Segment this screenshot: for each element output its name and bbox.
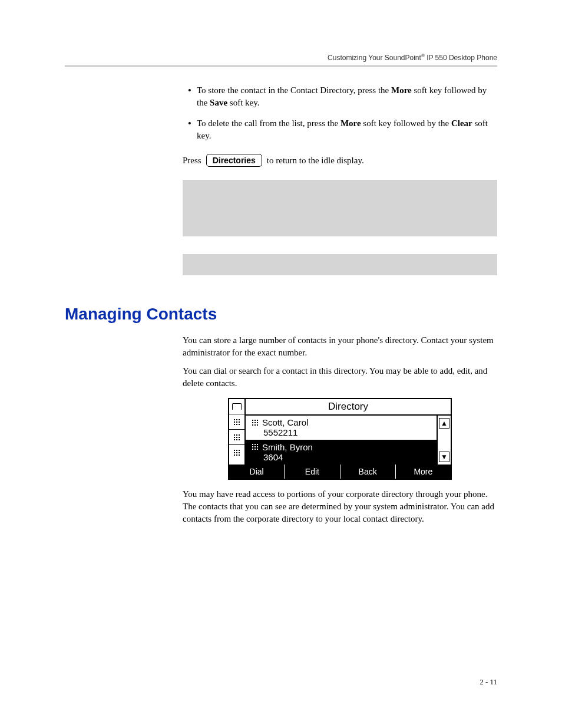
scroll-up-button[interactable]: ▲: [439, 418, 449, 429]
phone-directory-figure: Directory Scott, Carol 5552211 Smith, By…: [228, 398, 452, 480]
page-header: Customizing Your SoundPoint® IP 550 Desk…: [65, 53, 497, 67]
contact-number: 5552211: [263, 427, 433, 437]
bullet-marker: •: [183, 117, 197, 142]
keypad-icon: [233, 434, 240, 441]
contact-number: 3604: [263, 452, 433, 462]
paragraph: You can dial or search for a contact in …: [183, 365, 497, 390]
scroll-down-button[interactable]: ▼: [439, 452, 449, 462]
bullet-text: To store the contact in the Contact Dire…: [197, 84, 497, 109]
press-instruction: Press Directories to return to the idle …: [183, 154, 497, 167]
bullet-item: • To store the contact in the Contact Di…: [183, 84, 497, 109]
keypad-icon: [233, 449, 240, 456]
gray-placeholder-box: [183, 180, 497, 236]
phone-contact-list: Scott, Carol 5552211 Smith, Byron 3604: [246, 416, 437, 465]
softkey-more[interactable]: More: [396, 465, 451, 479]
paragraph: You can store a large number of contacts…: [183, 334, 497, 359]
press-before: Press: [183, 156, 201, 166]
section-heading: Managing Contacts: [65, 305, 497, 324]
gray-placeholder-box: [183, 254, 497, 275]
page-number: 2 - 11: [480, 677, 497, 687]
phone-side-icons: [229, 399, 246, 465]
softkey-dial[interactable]: Dial: [229, 465, 285, 479]
phone-scroll-column: ▲ ▼: [437, 416, 451, 465]
contact-entry-selected[interactable]: Smith, Byron 3604: [246, 440, 437, 465]
bullet-text: To delete the call from the list, press …: [197, 117, 497, 142]
directories-button[interactable]: Directories: [206, 154, 262, 167]
phone-screen-title: Directory: [246, 399, 451, 416]
header-prefix: Customizing Your SoundPoint: [328, 54, 421, 62]
keypad-icon: [252, 419, 259, 426]
bullet-marker: •: [183, 84, 197, 109]
keypad-icon: [252, 443, 259, 450]
paragraph: You may have read access to portions of …: [183, 488, 497, 525]
contact-entry[interactable]: Scott, Carol 5552211: [246, 416, 437, 440]
keypad-icon: [233, 419, 240, 426]
bullet-item: • To delete the call from the list, pres…: [183, 117, 497, 142]
contact-name: Scott, Carol: [262, 417, 308, 427]
header-suffix: IP 550 Desktop Phone: [425, 54, 497, 62]
softkey-edit[interactable]: Edit: [285, 465, 340, 479]
softkey-back[interactable]: Back: [340, 465, 396, 479]
phone-icon: [232, 403, 242, 410]
phone-softkey-row: Dial Edit Back More: [229, 465, 451, 479]
press-after: to return to the idle display.: [267, 156, 364, 166]
contact-name: Smith, Byron: [262, 442, 313, 452]
